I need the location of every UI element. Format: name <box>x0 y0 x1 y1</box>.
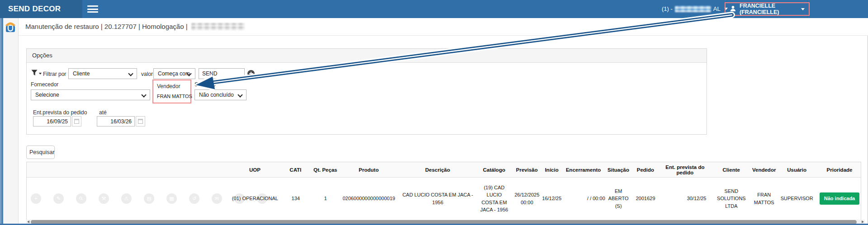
filter-funnel-icon[interactable] <box>31 69 38 78</box>
col-actions <box>27 162 230 177</box>
warning-icon[interactable]: ⚠ <box>121 193 132 204</box>
image-file-icon[interactable]: ▦ <box>166 193 177 204</box>
col-usuario: Usuário <box>775 162 818 177</box>
comment-icon[interactable]: ✉ <box>212 193 222 204</box>
col-ent-prevista: Ent. prevista do pedido <box>660 162 710 177</box>
filter-operator-value: Começa com <box>158 70 190 77</box>
cell-prioridade: Não indicada <box>818 178 861 220</box>
tools-icon[interactable]: ⚒ <box>99 193 109 204</box>
col-situacao: Situação <box>606 162 631 177</box>
table-row[interactable]: + ✎ ⚲ ⚒ ⚠ ▤ ▦ ↺ ✉ ⧉ i (01) OPERACIONAL 1… <box>27 178 861 220</box>
col-inicio: Início <box>543 162 561 177</box>
app-title: SEND DECOR <box>8 5 61 14</box>
col-previsao: Previsão <box>511 162 543 177</box>
chevron-down-icon <box>237 92 242 97</box>
situacao-label: Situação <box>194 81 216 88</box>
cell-qt-pecas: 1 <box>312 178 340 220</box>
filter-funnel-caret-icon <box>39 73 42 75</box>
scroll-right-arrow-icon[interactable] <box>862 220 864 223</box>
situacao-value: Não concluído <box>199 92 234 98</box>
valor-label: valor <box>141 71 153 77</box>
fornecedor-value: Selecione <box>35 92 59 98</box>
col-uop: UOP <box>230 162 280 177</box>
chevron-down-icon <box>128 71 133 76</box>
breadcrumb: Manutenção de restauro | 20.127707 | Hom… <box>25 23 188 30</box>
status-badge: Não indicada <box>820 192 859 205</box>
col-encerramento: Encerramento <box>561 162 606 177</box>
breadcrumb-bar: Manutenção de restauro | 20.127707 | Hom… <box>19 18 868 36</box>
row-actions-cell: + ✎ ⚲ ⚒ ⚠ ▤ ▦ ↺ ✉ ⧉ i <box>27 178 230 220</box>
unit-prefix: (1) - <box>662 5 673 12</box>
col-qt-pecas: Qt. Peças <box>311 162 339 177</box>
user-menu[interactable]: FRANCIELLE (FRANCIELLE) <box>725 2 810 16</box>
cell-cliente: SEND SOLUTIONS LTDA <box>710 178 753 220</box>
cell-usuario: SUPERVISOR <box>775 178 818 220</box>
sidebar <box>3 18 19 224</box>
date-from-label: Ent.prevista do pedido <box>33 109 87 116</box>
cell-catalogo: (19) CAD LUCIO COSTA EM JACA - 1956 <box>477 178 511 220</box>
situacao-select[interactable]: Não concluído <box>194 89 247 100</box>
options-panel-title: Opções <box>27 49 707 63</box>
cell-uop: (01) OPERACIONAL <box>230 178 280 220</box>
window-left-edge <box>0 18 3 225</box>
vendedor-highlight-box: Vendedor FRAN MATTOS <box>152 80 191 103</box>
cell-ent-prevista: 30/12/25 <box>660 178 710 220</box>
pdf-file-icon[interactable]: ▤ <box>144 193 154 204</box>
user-name-label: FRANCIELLE (FRANCIELLE) <box>740 3 797 15</box>
calendar-icon[interactable] <box>72 116 81 127</box>
search-button[interactable]: Pesquisar <box>26 145 55 159</box>
table-header-row: UOP CATI Qt. Peças Produto Descrição Cat… <box>27 162 861 178</box>
cell-encerramento: / / 00:00 <box>561 178 606 220</box>
col-catalogo: Catálogo <box>477 162 511 177</box>
scroll-left-arrow-icon[interactable] <box>27 220 29 223</box>
add-filter-icon[interactable] <box>247 70 255 77</box>
chevron-down-icon <box>801 8 805 10</box>
col-descricao: Descrição <box>398 162 477 177</box>
date-from-input[interactable] <box>33 116 71 127</box>
vendedor-label: Vendedor <box>157 83 180 89</box>
calendar-icon[interactable] <box>136 116 145 127</box>
cell-situacao: EM ABERTO (S) <box>606 178 631 220</box>
search-icon[interactable]: ⚲ <box>74 191 89 206</box>
hamburger-menu-icon[interactable] <box>87 5 98 14</box>
add-document-icon[interactable]: + <box>31 193 41 204</box>
col-cati: CATI <box>280 162 311 177</box>
app-logo-armchair-icon[interactable] <box>4 20 17 36</box>
top-navbar: SEND DECOR (1) - AL FRANCIELLE (FRANCIEL… <box>0 0 868 18</box>
cell-cati: 134 <box>280 178 312 220</box>
options-panel: Opções Filtrar por Cliente valor Começa … <box>26 48 707 135</box>
filter-field-value: Cliente <box>73 70 90 77</box>
cell-descricao: CAD LUCIO COSTA EM JACA - 1956 <box>398 178 477 220</box>
col-vendedor: Vendedor <box>753 162 775 177</box>
cell-vendedor: FRAN MATTOS <box>753 178 775 220</box>
results-table: UOP CATI Qt. Peças Produto Descrição Cat… <box>26 162 861 220</box>
filtrar-por-label: Filtrar por <box>43 71 66 77</box>
vendedor-value: FRAN MATTOS <box>157 94 192 99</box>
edit-icon[interactable]: ✎ <box>53 193 64 204</box>
cell-pedido: 2001629 <box>631 178 660 220</box>
unit-selector[interactable]: (1) - AL <box>662 5 728 12</box>
unit-suffix: AL <box>713 5 721 12</box>
filter-operator-select[interactable]: Começa com <box>153 68 195 79</box>
cell-previsao: 26/12/2025 00:00 <box>511 178 543 220</box>
fornecedor-label: Fornecedor <box>31 81 58 88</box>
date-to-label: até <box>99 109 107 116</box>
chevron-down-icon <box>141 92 146 97</box>
cell-produto: 0206000000000000019 <box>340 178 398 220</box>
history-icon[interactable]: ↺ <box>189 193 199 204</box>
app-window: SEND DECOR (1) - AL FRANCIELLE (FRANCIEL… <box>0 0 868 225</box>
person-icon <box>730 5 736 14</box>
col-pedido: Pedido <box>631 162 660 177</box>
col-prioridade: Prioridade <box>818 162 861 177</box>
cell-inicio: 16/12/25 <box>543 178 561 220</box>
filter-value-input[interactable] <box>199 68 245 79</box>
filter-field-select[interactable]: Cliente <box>68 68 137 79</box>
date-to-input[interactable] <box>97 116 135 127</box>
fornecedor-select[interactable]: Selecione <box>31 89 150 100</box>
redacted-unit-name <box>675 6 711 12</box>
col-produto: Produto <box>339 162 398 177</box>
redacted-environment-name <box>191 23 245 30</box>
col-cliente: Cliente <box>710 162 753 177</box>
